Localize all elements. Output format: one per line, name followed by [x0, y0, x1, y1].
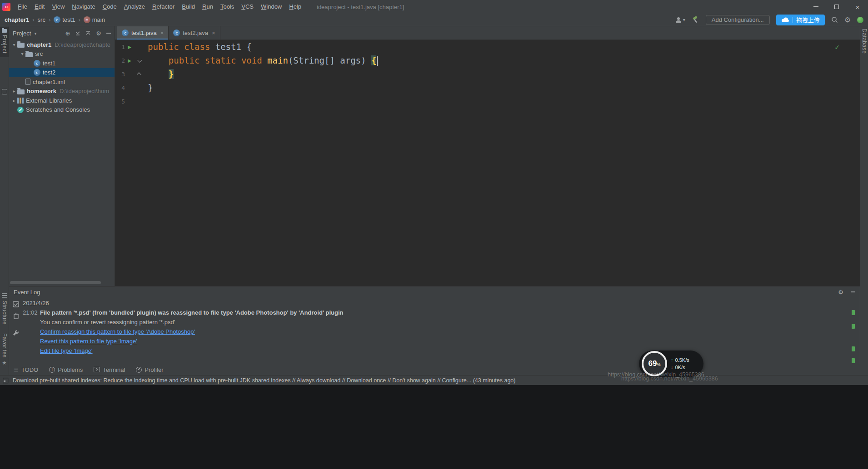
project-tree: ▾ chapter1 D:\ideaproject\chapte ▾ src c… — [9, 40, 115, 114]
code-token: } — [148, 83, 153, 93]
cloud-upload-icon — [781, 17, 789, 23]
breadcrumb-chapter1[interactable]: chapter1 — [5, 16, 29, 23]
status-bar: Download pre-built shared indexes: Reduc… — [0, 375, 868, 385]
stripe-tab-database[interactable]: Database — [860, 29, 868, 54]
tree-item-test2[interactable]: c test2 — [9, 68, 115, 78]
line-number: 3 — [115, 71, 125, 78]
close-button[interactable]: × — [847, 0, 868, 14]
event-log-title[interactable]: Event Log — [14, 289, 40, 296]
menu-refactor[interactable]: Refactor — [149, 0, 178, 14]
profiler-icon — [136, 367, 142, 373]
tool-terminal[interactable]: Terminal — [94, 366, 125, 373]
tree-item-test1[interactable]: c test1 — [9, 59, 115, 68]
close-tab-icon[interactable]: × — [212, 30, 215, 36]
settings-gear-icon[interactable]: ⚙ — [844, 15, 851, 24]
navbar-actions: ▾ Add Configuration... 拖拽上传 ⚙ — [675, 15, 863, 25]
tool-problems[interactable]: ! Problems — [49, 366, 83, 373]
fold-region-start-icon[interactable] — [134, 59, 144, 62]
tool-label: TODO — [21, 366, 38, 373]
build-project-button[interactable] — [692, 16, 699, 24]
maximize-button[interactable] — [826, 0, 847, 14]
menu-file[interactable]: File — [14, 0, 31, 14]
run-main-icon[interactable]: ▶ — [125, 58, 134, 63]
tree-item-label: Scratches and Consoles — [26, 106, 90, 113]
tab-test1-java[interactable]: c test1.java × — [117, 26, 169, 39]
mark-all-read-icon[interactable] — [13, 301, 19, 307]
event-log-settings-gear-icon[interactable]: ⚙ — [838, 289, 843, 296]
menu-tools[interactable]: Tools — [217, 0, 238, 14]
intellij-logo-icon: IJ — [2, 3, 10, 11]
edit-file-type-link[interactable]: Edit file type 'Image' — [40, 347, 93, 354]
tree-item-chapter1[interactable]: ▾ chapter1 D:\ideaproject\chapte — [9, 40, 115, 49]
breadcrumb-main[interactable]: main — [92, 16, 105, 23]
search-everywhere-button[interactable] — [831, 16, 838, 23]
locate-file-icon[interactable]: ⊕ — [65, 30, 70, 37]
folder-icon — [17, 89, 25, 94]
caret-right-icon[interactable]: ▸ — [11, 98, 17, 103]
tree-item-external-libraries[interactable]: ▸ External Libraries — [9, 96, 115, 105]
editor-area: c test1.java × c test2.java × 1 ▶ public… — [115, 26, 860, 286]
toolwindow-switcher-icon[interactable] — [3, 378, 8, 383]
tool-label: Terminal — [103, 366, 125, 373]
green-status-icon[interactable] — [857, 17, 863, 23]
menu-run[interactable]: Run — [199, 0, 217, 14]
confirm-reassign-link[interactable]: Confirm reassign this pattern to file ty… — [40, 328, 195, 335]
maximize-icon — [834, 5, 839, 9]
stripe-tab-project[interactable]: Project — [0, 27, 9, 57]
tree-item-homework[interactable]: ▸ homework D:\ideaproject\hom — [9, 87, 115, 96]
menu-help[interactable]: Help — [285, 0, 305, 14]
hide-event-log-icon[interactable] — [851, 291, 855, 292]
breadcrumb-test1[interactable]: test1 — [62, 16, 75, 23]
scroll-marker-stripe — [852, 297, 855, 365]
stripe-tab-structure[interactable]: Structure — [0, 293, 9, 325]
scratches-icon — [17, 107, 24, 113]
status-message[interactable]: Download pre-built shared indexes: Reduc… — [13, 377, 515, 384]
horizontal-scrollbar[interactable] — [10, 281, 101, 284]
tab-test2-java[interactable]: c test2.java × — [169, 26, 220, 39]
caret-down-icon[interactable]: ▾ — [19, 51, 25, 56]
menu-analyze[interactable]: Analyze — [120, 0, 149, 14]
close-tab-icon[interactable]: × — [160, 30, 164, 36]
upload-badge[interactable]: 拖拽上传 — [776, 15, 825, 25]
minimize-button[interactable] — [805, 0, 826, 14]
menu-edit[interactable]: Edit — [31, 0, 48, 14]
tree-item-scratches[interactable]: Scratches and Consoles — [9, 105, 115, 115]
commit-stripe-icon[interactable] — [2, 89, 7, 94]
file-icon — [25, 79, 30, 85]
tree-item-chapter1-iml[interactable]: chapter1.iml — [9, 77, 115, 87]
filter-wrench-icon[interactable] — [13, 330, 19, 336]
expand-all-icon[interactable] — [75, 30, 80, 36]
chevron-right-icon: › — [77, 16, 81, 23]
tool-profiler[interactable]: Profiler — [136, 366, 163, 373]
caret-down-icon: ▾ — [34, 31, 36, 36]
user-profile-button[interactable]: ▾ — [675, 16, 685, 24]
clear-all-trash-icon[interactable] — [13, 312, 19, 319]
run-class-icon[interactable]: ▶ — [125, 44, 134, 49]
menu-vcs[interactable]: VCS — [238, 0, 257, 14]
fold-region-end-icon[interactable] — [134, 73, 144, 76]
hide-panel-icon[interactable] — [106, 33, 111, 34]
caret-down-icon[interactable]: ▾ — [11, 42, 17, 47]
tab-label: test1.java — [131, 30, 157, 36]
code-editor[interactable]: 1 ▶ public class test1 { 2 ▶ public stat… — [115, 40, 860, 108]
inspections-ok-icon[interactable]: ✓ — [834, 44, 840, 51]
menu-code[interactable]: Code — [99, 0, 120, 14]
code-line-5: 5 — [115, 94, 860, 108]
menu-navigate[interactable]: Navigate — [68, 0, 99, 14]
panel-settings-gear-icon[interactable]: ⚙ — [96, 30, 101, 37]
add-configuration-button[interactable]: Add Configuration... — [706, 15, 770, 25]
collapse-all-icon[interactable] — [85, 30, 91, 36]
ide-window: IJ File Edit View Navigate Code Analyze … — [0, 0, 868, 469]
tree-item-path: D:\ideaproject\hom — [60, 88, 109, 94]
upload-badge-label: 拖拽上传 — [796, 15, 820, 24]
breadcrumb-src[interactable]: src — [38, 16, 45, 23]
project-view-selector[interactable]: Project ▾ — [13, 30, 37, 37]
menu-build[interactable]: Build — [178, 0, 199, 14]
tree-item-src[interactable]: ▾ src — [9, 49, 115, 59]
caret-right-icon[interactable]: ▸ — [11, 89, 17, 94]
revert-pattern-link[interactable]: Revert this pattern to file type 'Image' — [40, 338, 137, 345]
menu-window[interactable]: Window — [257, 0, 285, 14]
menu-view[interactable]: View — [48, 0, 68, 14]
stripe-tab-favorites[interactable]: Favorites ★ — [0, 333, 9, 366]
tool-todo[interactable]: ≡ TODO — [14, 366, 38, 373]
